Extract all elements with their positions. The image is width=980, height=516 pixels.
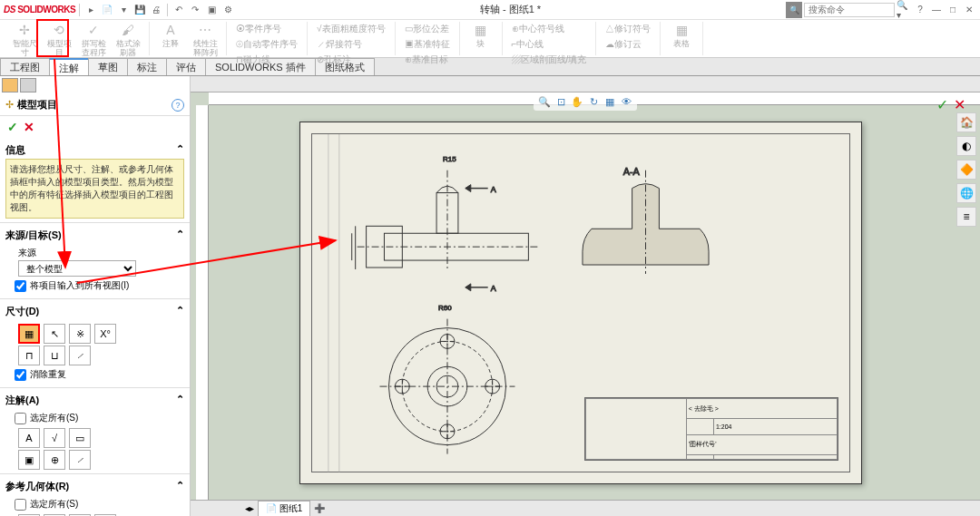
svg-text:A: A [491,185,496,194]
rebuild-icon[interactable]: ▣ [204,3,219,17]
center-mark-button[interactable]: ⊕中心符号线 [508,22,591,36]
datum-target-icon-button[interactable]: ⊕ [44,450,65,470]
all-views-label: 将项目输入到所有视图(I) [30,279,129,292]
source-label: 来源 [18,247,184,259]
accept-view-icon[interactable]: ✓ [936,96,948,113]
surface-finish-button[interactable]: √表面粗糙度符号 [313,22,389,36]
spell-check-button[interactable]: ✓拼写检查程序 [78,22,109,57]
collapse-icon[interactable]: ⌃ [176,394,184,407]
gtol-icon-button[interactable]: ▭ [69,428,91,448]
ok-button[interactable]: ✓ [7,120,18,134]
search-icon[interactable]: 🔍 [786,2,802,18]
panel-help-icon[interactable]: ? [172,99,184,112]
threads-button[interactable]: ⟋ [69,346,91,365]
centerline-button[interactable]: ⌐中心线 [508,37,591,52]
collapse-icon[interactable]: ⌃ [176,229,184,242]
hatch-button[interactable]: ▨区域剖面线/填充 [508,53,591,67]
magnetic-line-button[interactable]: ⊓磁力线 [232,53,301,67]
new-icon[interactable]: ▸ [83,3,98,17]
svg-text:R15: R15 [443,155,456,163]
ribbon-toolbar: ✢智能尺寸 ⟲模型项目 ✓拼写检查程序 🖌格式涂刷器 A注释 ⋯线性注释阵列 ⦿… [0,20,980,58]
tab-annotation[interactable]: 注解 [49,58,89,75]
hole-callout-button[interactable]: ⊘孔标注 [313,53,389,67]
display-style-icon[interactable]: ▦ [603,94,617,109]
block-button[interactable]: ▦块 [466,22,496,48]
revision-cloud-button[interactable]: ☁修订云 [602,37,654,52]
sheet-tab[interactable]: 📄 图纸1 [258,501,310,517]
ref-select-all-checkbox[interactable] [15,499,26,511]
zoom-area-icon[interactable]: ⊡ [554,94,568,109]
table-button[interactable]: ▦表格 [666,22,697,48]
weld-symbol-button[interactable]: ⟋焊接符号 [313,37,389,52]
surface-finish-icon-button[interactable]: √ [44,428,65,448]
drawing-canvas[interactable]: 🔍 ⊡ ✋ ↻ ▦ 👁 ✓ ✕ 🏠 ◐ 🔶 🌐 ≡ [191,76,980,516]
note-icon-button[interactable]: A [18,428,40,448]
search-input[interactable] [804,3,895,17]
auto-balloon-button[interactable]: ⦾自动零件序号 [232,37,301,52]
smart-dimension-button[interactable]: ✢智能尺寸 [9,22,40,57]
search-dropdown-icon[interactable]: 🔍▾ [897,3,911,17]
rotate-icon[interactable]: ↻ [586,94,601,109]
decal-icon[interactable]: 🔶 [956,160,976,180]
cancel-button[interactable]: ✕ [24,120,34,134]
info-text: 请选择您想从尺寸、注解、或参考几何体插框中插入的模型项目类型。然后为模型中的所有… [5,159,184,219]
tab-markup[interactable]: 标注 [127,58,167,75]
close-icon[interactable]: ✕ [962,3,976,17]
eliminate-dup-checkbox[interactable] [15,369,26,381]
tolerance-button[interactable]: X° [94,324,116,344]
help-icon[interactable]: ? [913,3,927,17]
note-button[interactable]: A注释 [155,22,186,57]
marked-dimension-button[interactable]: ▦ [18,324,40,344]
linear-pattern-button[interactable]: ⋯线性注释阵列 [190,22,220,57]
datum-target-button[interactable]: ⊕基准目标 [401,53,454,67]
minimize-icon[interactable]: — [929,3,944,17]
model-items-button[interactable]: ⟲模型项目 [44,22,74,57]
maximize-icon[interactable]: □ [946,3,960,17]
zoom-fit-icon[interactable]: 🔍 [537,94,552,109]
datum-feature-button[interactable]: ▣基准特征 [401,37,454,52]
eliminate-dup-label: 消除重复 [30,368,66,381]
save-icon[interactable]: 💾 [132,3,147,17]
tab-sketch[interactable]: 草图 [88,58,128,75]
open-icon[interactable]: ▾ [116,3,131,17]
not-marked-button[interactable]: ↖ [44,324,65,344]
revision-symbol-button[interactable]: △修订符号 [602,22,654,36]
collapse-icon[interactable]: ⌃ [176,143,184,157]
hide-show-icon[interactable]: 👁 [619,94,633,109]
instance-count-button[interactable]: ※ [69,324,91,344]
home-icon[interactable]: 🏠 [956,112,976,132]
hole-wizard-button[interactable]: ⊓ [18,346,40,365]
gtol-button[interactable]: ▭形位公差 [401,22,454,36]
source-dropdown[interactable]: 整个模型 [18,260,136,277]
balloon-button[interactable]: ⦿零件序号 [232,22,301,36]
format-painter-button[interactable]: 🖌格式涂刷器 [113,22,143,57]
options-icon[interactable]: ⚙ [220,3,235,17]
feature-tree-tab[interactable] [2,78,18,92]
datum-icon-button[interactable]: ▣ [18,450,40,470]
add-sheet-icon[interactable]: ➕ [314,503,325,513]
pan-icon[interactable]: ✋ [570,94,584,109]
weld-icon-button[interactable]: ⟋ [69,450,91,470]
scene-icon[interactable]: 🌐 [956,183,976,203]
file-icon[interactable]: 📄 [100,3,114,17]
title-bar: DS SOLIDWORKS ▸ 📄 ▾ 💾 🖨 ↶ ↷ ▣ ⚙ 转轴 - 图纸1… [0,0,980,20]
print-icon[interactable]: 🖨 [149,3,163,17]
svg-text:A: A [491,284,496,293]
panel-title: 模型项目 [17,98,172,112]
drawing-sheet[interactable]: A A R15 R60 [299,122,862,484]
sheet-nav-icon[interactable]: ◂▸ [245,503,254,513]
appearance-icon[interactable]: ◐ [956,136,976,156]
collapse-icon[interactable]: ⌃ [176,305,184,318]
tab-evaluate[interactable]: 评估 [166,58,206,75]
redo-icon[interactable]: ↷ [188,3,202,17]
collapse-icon[interactable]: ⌃ [176,480,184,493]
svg-text:R60: R60 [438,304,452,312]
reject-view-icon[interactable]: ✕ [954,96,965,113]
all-views-checkbox[interactable] [15,280,26,292]
hole-callout-dim-button[interactable]: ⊔ [44,346,65,365]
custom-icon[interactable]: ≡ [956,207,976,227]
annot-select-all-checkbox[interactable] [15,413,26,424]
undo-icon[interactable]: ↶ [172,3,186,17]
tab-drawing[interactable]: 工程图 [0,58,50,75]
config-tab[interactable] [20,78,36,92]
